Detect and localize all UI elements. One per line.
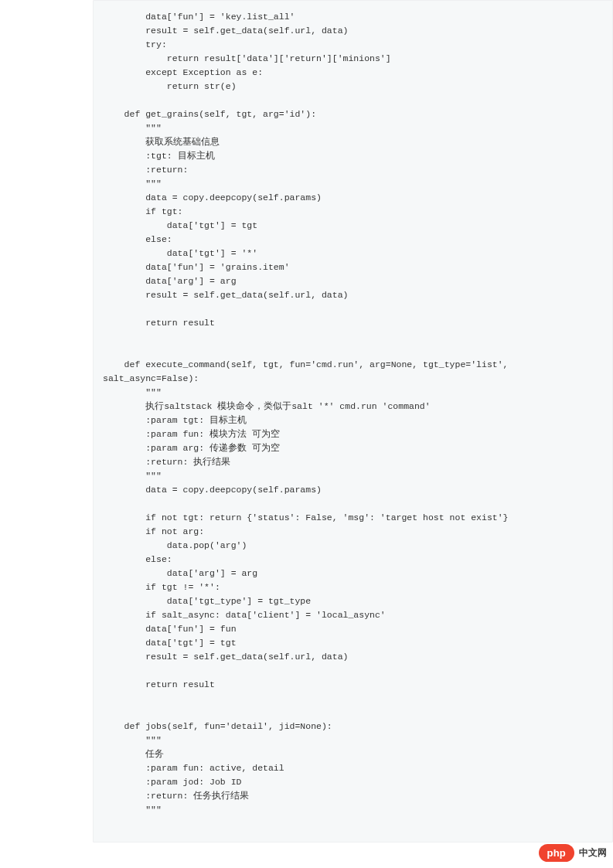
page: data['fun'] = 'key.list_all' result = se… [0,0,613,842]
code-block: data['fun'] = 'key.list_all' result = se… [93,0,613,842]
